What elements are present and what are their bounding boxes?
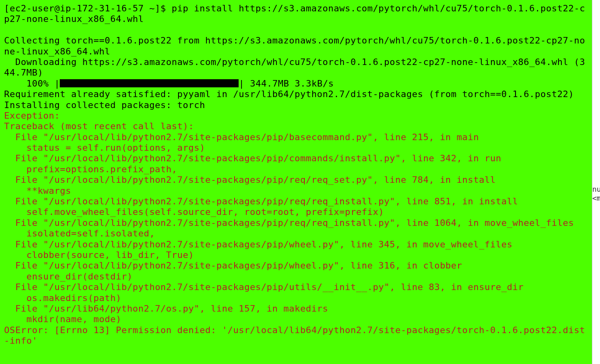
traceback-line: File "/usr/local/lib/python2.7/site-pack… xyxy=(4,218,574,228)
progress-suffix: | 344.7MB 3.3kB/s xyxy=(239,78,339,89)
traceback-line: prefix=options.prefix_path, xyxy=(4,164,177,174)
progress-prefix: 100% | xyxy=(4,78,60,89)
terminal-output[interactable]: [ec2-user@ip-172-31-16-57 ~]$ pip instal… xyxy=(0,0,592,364)
traceback-line: File "/usr/local/lib/python2.7/site-pack… xyxy=(4,196,518,206)
oserror-line: OSError: [Errno 13] Permission denied: '… xyxy=(4,325,585,346)
traceback-line: File "/usr/lib64/python2.7/os.py", line … xyxy=(4,303,328,314)
traceback-line: File "/usr/local/lib/python2.7/site-pack… xyxy=(4,260,462,271)
installing-line: Installing collected packages: torch xyxy=(4,100,205,110)
traceback-header: Traceback (most recent call last): xyxy=(4,121,194,131)
traceback-line: clobber(source, lib_dir, True) xyxy=(4,250,194,260)
traceback-line: File "/usr/local/lib/python2.7/site-pack… xyxy=(4,282,524,292)
traceback-line: ensure_dir(destdir) xyxy=(4,271,133,282)
traceback-line: File "/usr/local/lib/python2.7/site-pack… xyxy=(4,239,513,249)
traceback-line: self.move_wheel_files(self.source_dir, r… xyxy=(4,207,384,217)
traceback-line: File "/usr/local/lib/python2.7/site-pack… xyxy=(4,153,501,163)
progress-bar xyxy=(60,79,239,87)
shell-prompt: [ec2-user@ip-172-31-16-57 ~]$ xyxy=(4,3,172,13)
traceback-line: mkdir(name, mode) xyxy=(4,314,122,324)
traceback-line: File "/usr/local/lib/python2.7/site-pack… xyxy=(4,132,479,142)
traceback-line: **kwargs xyxy=(4,186,71,196)
traceback-line: isolated=self.isolated, xyxy=(4,228,155,238)
requirement-satisfied: Requirement already satisfied: pyyaml in… xyxy=(4,89,574,99)
background-text-fragment: nu <m xyxy=(592,185,600,364)
background-window-edge: nu <m xyxy=(592,0,600,364)
downloading-line: Downloading https://s3.amazonaws.com/pyt… xyxy=(4,57,585,78)
exception-line: Exception: xyxy=(4,110,60,121)
traceback-line: File "/usr/local/lib/python2.7/site-pack… xyxy=(4,175,496,185)
traceback-line: os.makedirs(path) xyxy=(4,293,122,303)
collecting-line: Collecting torch==0.1.6.post22 from http… xyxy=(4,35,585,56)
traceback-line: status = self.run(options, args) xyxy=(4,143,205,153)
